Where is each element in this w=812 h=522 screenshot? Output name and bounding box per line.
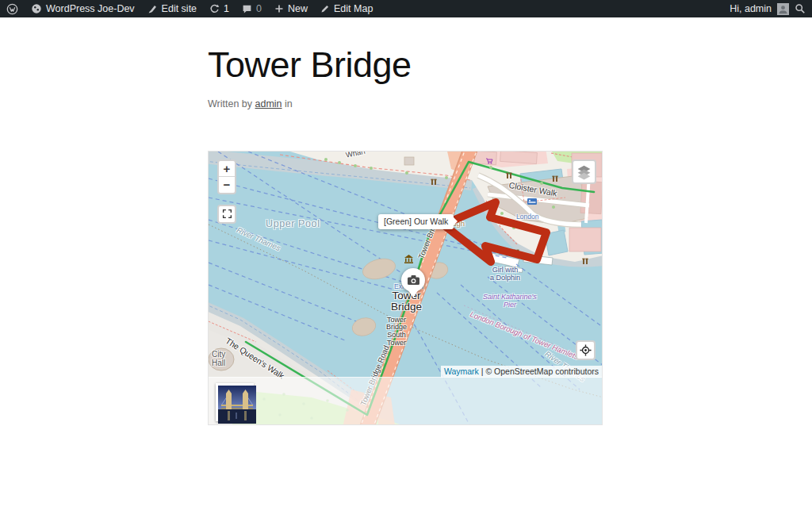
comments-menu[interactable]: 0 — [236, 0, 268, 17]
wordpress-logo-menu[interactable] — [0, 0, 25, 17]
wordpress-logo-icon — [6, 3, 18, 15]
account-greeting[interactable]: Hi, admin — [730, 3, 772, 14]
new-content-menu[interactable]: New — [268, 0, 314, 17]
admin-bar: WordPress Joe-Dev Edit site 1 0 New Edit… — [0, 0, 812, 17]
byline-suffix: in — [285, 98, 293, 109]
comment-icon — [242, 4, 252, 14]
layers-button[interactable] — [572, 159, 596, 184]
locate-button[interactable] — [576, 340, 596, 360]
search-icon[interactable] — [795, 3, 806, 14]
gallery-thumbnail[interactable] — [216, 383, 254, 421]
zoom-in-button[interactable]: + — [219, 161, 235, 177]
brush-icon — [147, 4, 158, 14]
update-icon — [209, 4, 220, 14]
byline-prefix: Written by — [208, 98, 252, 109]
network-icon — [31, 3, 42, 14]
waymark-map[interactable]: WharfUpper PoolRiver ThamesThe Queen's W… — [208, 151, 603, 425]
locate-icon — [580, 344, 592, 356]
byline: Written by admin in — [208, 98, 603, 109]
plus-icon — [274, 4, 284, 13]
fullscreen-button[interactable] — [217, 205, 236, 224]
post-content: Tower Bridge Written by admin in — [208, 17, 603, 425]
zoom-out-button[interactable]: − — [219, 177, 235, 193]
edit-site-menu[interactable]: Edit site — [141, 0, 203, 17]
route-tooltip-text: [Green] Our Walk — [384, 217, 448, 226]
attribution-text: © OpenStreetMap contributors — [485, 367, 599, 376]
edit-site-label: Edit site — [162, 3, 197, 14]
fullscreen-icon — [222, 209, 232, 219]
updates-count: 1 — [224, 3, 229, 14]
hotel-icon — [527, 198, 537, 205]
updates-menu[interactable]: 1 — [203, 0, 236, 17]
camera-icon — [408, 275, 419, 285]
layers-icon — [576, 163, 592, 180]
page-title: Tower Bridge — [208, 46, 603, 85]
edit-map-menu[interactable]: Edit Map — [314, 0, 379, 17]
comments-count: 0 — [256, 3, 262, 14]
zoom-control: + − — [217, 159, 236, 194]
waymark-link[interactable]: Waymark — [444, 367, 479, 376]
author-link[interactable]: admin — [255, 98, 282, 109]
new-label: New — [288, 3, 308, 14]
my-sites-menu[interactable]: WordPress Joe-Dev — [25, 0, 141, 17]
route-tooltip: [Green] Our Walk — [378, 214, 454, 229]
photo-marker[interactable] — [401, 268, 425, 292]
site-name: WordPress Joe-Dev — [46, 3, 135, 14]
avatar[interactable] — [777, 3, 789, 15]
tower-bridge-photo — [218, 386, 256, 424]
map-attribution: Waymark | © OpenStreetMap contributors — [441, 366, 602, 378]
edit-map-label: Edit Map — [334, 3, 373, 14]
gallery-strip — [209, 377, 603, 425]
pencil-icon — [320, 4, 330, 13]
